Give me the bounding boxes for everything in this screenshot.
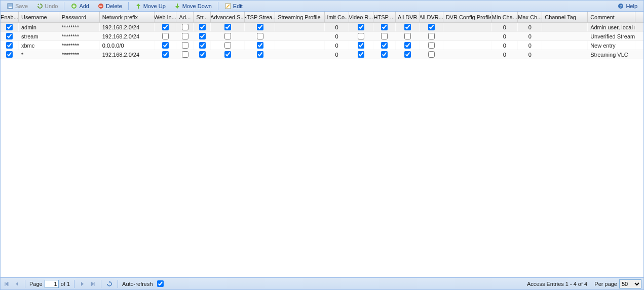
- col-adv-streaming[interactable]: Advanced S...: [211, 12, 245, 22]
- table-row[interactable]: xbmc********0.0.0.0/0000New entry: [1, 41, 643, 50]
- vrec-checkbox[interactable]: [358, 51, 364, 58]
- display-status: Access Entries 1 - 4 of 4: [527, 281, 587, 287]
- vrec-checkbox[interactable]: [358, 24, 364, 30]
- web-checkbox[interactable]: [162, 42, 169, 49]
- enabled-checkbox[interactable]: [6, 24, 13, 30]
- cell-max: 0: [518, 32, 542, 40]
- htsp-checkbox[interactable]: [257, 42, 263, 49]
- web-checkbox[interactable]: [162, 24, 169, 30]
- help-icon: ?: [617, 3, 624, 10]
- htsp-checkbox[interactable]: [257, 33, 263, 39]
- htsp2-checkbox[interactable]: [381, 42, 388, 49]
- auto-refresh-checkbox[interactable]: [157, 280, 164, 287]
- alldvr-checkbox[interactable]: [404, 42, 411, 49]
- vrec-checkbox[interactable]: [358, 42, 364, 49]
- alldvr2-checkbox[interactable]: [428, 33, 435, 39]
- alldvr2-checkbox[interactable]: [428, 42, 435, 49]
- edit-button[interactable]: Edit: [221, 2, 246, 11]
- advstream-checkbox[interactable]: [224, 33, 231, 39]
- admin-checkbox[interactable]: [182, 24, 188, 30]
- col-streaming-profile[interactable]: Streaming Profile: [275, 12, 325, 22]
- col-video-recorder[interactable]: Video R...: [349, 12, 373, 22]
- col-password[interactable]: Password: [59, 12, 100, 22]
- htsp2-checkbox[interactable]: [381, 33, 388, 39]
- cell-vrec: [349, 41, 373, 50]
- htsp2-checkbox[interactable]: [381, 51, 388, 58]
- save-button[interactable]: Save: [4, 2, 31, 11]
- first-page-button[interactable]: [3, 280, 11, 288]
- per-page-select[interactable]: 50: [619, 279, 641, 288]
- web-checkbox[interactable]: [162, 33, 169, 39]
- col-admin[interactable]: Ad...: [176, 12, 194, 22]
- next-page-button[interactable]: [79, 280, 87, 288]
- table-row[interactable]: *********192.168.2.0/24000Streaming VLC: [1, 50, 643, 59]
- col-network-prefix[interactable]: Network prefix: [100, 12, 155, 22]
- cell-username: admin: [19, 23, 59, 31]
- move-up-button[interactable]: Move Up: [132, 2, 169, 11]
- alldvr-checkbox[interactable]: [404, 24, 411, 30]
- col-htsp[interactable]: HTSP ...: [373, 12, 396, 22]
- col-dvr-config-profile[interactable]: DVR Config Profile: [443, 12, 492, 22]
- col-streaming[interactable]: Str...: [194, 12, 211, 22]
- cell-htsp: [245, 41, 275, 50]
- delete-label: Delete: [106, 3, 122, 9]
- htsp2-checkbox[interactable]: [381, 24, 388, 30]
- stream-checkbox[interactable]: [199, 33, 206, 39]
- stream-checkbox[interactable]: [199, 42, 206, 49]
- cell-advstream: [211, 23, 245, 31]
- cell-alldvr2: [420, 41, 443, 50]
- cell-htsp: [245, 23, 275, 31]
- col-max-channel[interactable]: Max Ch...: [518, 12, 542, 22]
- web-checkbox[interactable]: [162, 51, 169, 58]
- advstream-checkbox[interactable]: [224, 24, 231, 30]
- alldvr2-checkbox[interactable]: [428, 24, 435, 30]
- cell-tag: [542, 50, 588, 59]
- col-htsp-streaming[interactable]: HTSP Strea...: [245, 12, 275, 22]
- col-username[interactable]: Username: [19, 12, 59, 22]
- alldvr2-checkbox[interactable]: [428, 51, 435, 58]
- grid-body: admin********192.168.2.0/24000Admin user…: [1, 23, 643, 277]
- col-web-interface[interactable]: Web In...: [155, 12, 177, 22]
- move-down-button[interactable]: Move Down: [171, 2, 215, 11]
- cell-min: 0: [491, 41, 518, 50]
- save-icon: [7, 3, 14, 10]
- undo-button[interactable]: Undo: [33, 2, 61, 11]
- delete-button[interactable]: Delete: [94, 2, 125, 11]
- admin-checkbox[interactable]: [182, 42, 188, 49]
- cell-web: [155, 32, 177, 40]
- col-channel-tag[interactable]: Channel Tag: [542, 12, 588, 22]
- advstream-checkbox[interactable]: [224, 42, 231, 49]
- enabled-checkbox[interactable]: [6, 33, 13, 39]
- table-row[interactable]: stream********192.168.2.0/24000Unverifie…: [1, 32, 643, 41]
- help-button[interactable]: ? Help: [614, 2, 640, 11]
- table-row[interactable]: admin********192.168.2.0/24000Admin user…: [1, 23, 643, 32]
- admin-checkbox[interactable]: [182, 33, 188, 39]
- admin-checkbox[interactable]: [182, 51, 188, 58]
- col-limit-connections[interactable]: Limit Co...: [325, 12, 349, 22]
- col-enabled[interactable]: Enab...: [1, 12, 19, 22]
- refresh-button[interactable]: [105, 280, 113, 288]
- col-min-channel[interactable]: Min Cha...: [491, 12, 518, 22]
- cell-max: 0: [518, 23, 542, 31]
- stream-checkbox[interactable]: [199, 51, 206, 58]
- cell-password: ********: [59, 23, 100, 31]
- vrec-checkbox[interactable]: [358, 33, 364, 39]
- last-page-button[interactable]: [89, 280, 97, 288]
- alldvr-checkbox[interactable]: [404, 51, 411, 58]
- cell-comment: Admin user, local net...: [588, 23, 635, 31]
- prev-page-button[interactable]: [13, 280, 21, 288]
- col-all-dvr[interactable]: All DVR: [396, 12, 420, 22]
- add-button[interactable]: Add: [67, 2, 92, 11]
- cell-min: 0: [491, 50, 518, 59]
- page-input[interactable]: [45, 280, 59, 288]
- enabled-checkbox[interactable]: [6, 42, 13, 49]
- htsp-checkbox[interactable]: [257, 51, 263, 58]
- cell-username: stream: [19, 32, 59, 40]
- enabled-checkbox[interactable]: [6, 51, 13, 58]
- htsp-checkbox[interactable]: [257, 24, 263, 30]
- col-comment[interactable]: Comment: [588, 12, 635, 22]
- stream-checkbox[interactable]: [199, 24, 206, 30]
- advstream-checkbox[interactable]: [224, 51, 231, 58]
- alldvr-checkbox[interactable]: [404, 33, 411, 39]
- col-all-dvr-2[interactable]: All DVR...: [420, 12, 443, 22]
